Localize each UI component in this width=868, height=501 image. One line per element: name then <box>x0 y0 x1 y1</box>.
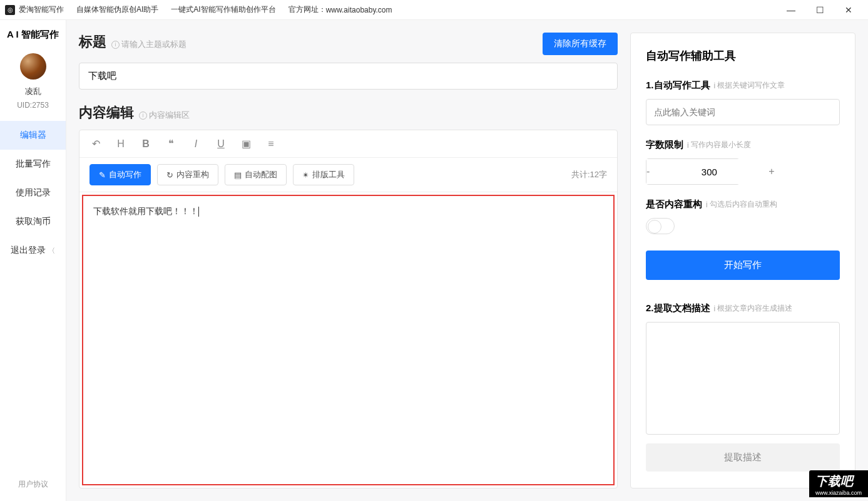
tool2-label: 2.提取文档描述 <box>646 302 710 314</box>
info-icon: i <box>714 304 716 313</box>
auto-write-label: 自动写作 <box>109 169 141 180</box>
watermark: 下载吧 www.xiazaiba.com <box>809 470 868 497</box>
user-agreement-link[interactable]: 用户协议 <box>18 468 48 501</box>
restructure-toggle[interactable] <box>646 218 675 234</box>
content-editor[interactable]: 下载软件就用下载吧！！！ <box>82 195 615 485</box>
tools-panel: 自动写作辅助工具 1.自动写作工具 i根据关键词写作文章 字数限制 i写作内容最… <box>630 33 855 488</box>
start-writing-button[interactable]: 开始写作 <box>646 250 840 280</box>
tools-title: 自动写作辅助工具 <box>646 48 840 63</box>
auto-image-label: 自动配图 <box>245 169 277 180</box>
bold-icon[interactable]: B <box>140 138 152 150</box>
tagline-2: 一键式AI智能写作辅助创作平台 <box>171 4 275 15</box>
info-icon: i <box>139 111 147 120</box>
italic-icon[interactable]: I <box>190 138 202 150</box>
nav-logout[interactable]: 退出登录 〈 <box>0 236 66 265</box>
refresh-icon: ↻ <box>166 170 173 180</box>
info-icon: i <box>714 81 716 90</box>
website-url[interactable]: www.aitaobaby.com <box>326 6 392 14</box>
underline-icon[interactable]: U <box>215 138 227 150</box>
description-textarea[interactable] <box>646 322 840 435</box>
close-button[interactable]: ✕ <box>834 0 863 20</box>
app-name: 爱淘智能写作 <box>19 4 64 15</box>
brand-logo: A I 智能写作 <box>7 29 59 41</box>
tool1-hint: 根据关键词写作文章 <box>717 80 785 91</box>
tool2-hint: 根据文章内容生成描述 <box>717 303 792 314</box>
auto-image-button[interactable]: ▤自动配图 <box>225 164 287 185</box>
maximize-button[interactable]: ☐ <box>805 0 834 20</box>
wand-icon: ✴ <box>302 170 309 180</box>
info-icon: i <box>706 200 708 209</box>
stepper-plus[interactable]: + <box>768 159 774 184</box>
restructure-button[interactable]: ↻内容重构 <box>157 164 218 185</box>
content-heading: 内容编辑 <box>79 103 134 122</box>
info-icon: i <box>687 141 689 150</box>
undo-icon[interactable]: ↶ <box>89 138 102 150</box>
sidebar: A I 智能写作 凌乱 UID:2753 编辑器 批量写作 使用记录 获取淘币 … <box>0 20 66 501</box>
align-icon[interactable]: ≡ <box>265 138 277 150</box>
content-hint: 内容编辑区 <box>149 110 190 121</box>
user-id: UID:2753 <box>17 101 49 110</box>
wordlimit-label: 字数限制 <box>646 139 683 151</box>
wordlimit-stepper: - + <box>646 158 740 185</box>
restructure-toggle-hint: 勾选后内容自动重构 <box>710 199 777 210</box>
image-icon[interactable]: ▣ <box>240 138 252 150</box>
nav-batch[interactable]: 批量写作 <box>0 150 66 178</box>
minimize-button[interactable]: — <box>777 0 805 20</box>
pencil-icon: ✎ <box>99 170 106 180</box>
keyword-input[interactable] <box>646 99 840 125</box>
action-toolbar: ✎自动写作 ↻内容重构 ▤自动配图 ✴排版工具 共计:12字 <box>79 158 617 192</box>
format-toolbar: ↶ H B ❝ I U ▣ ≡ <box>79 130 617 158</box>
username: 凌乱 <box>25 86 41 97</box>
website-label: 官方网址： <box>288 4 326 15</box>
quote-icon[interactable]: ❝ <box>165 138 177 150</box>
title-heading: 标题 <box>79 33 106 51</box>
title-input[interactable] <box>79 63 618 90</box>
app-icon: ◎ <box>5 5 15 15</box>
nav-editor[interactable]: 编辑器 <box>0 121 66 150</box>
wordlimit-hint: 写作内容最小长度 <box>691 140 751 150</box>
title-hint: 请输入主题或标题 <box>121 39 186 50</box>
picture-icon: ▤ <box>234 170 242 180</box>
clear-cache-button[interactable]: 清除所有缓存 <box>543 33 618 55</box>
watermark-text: 下载吧 <box>815 474 853 488</box>
avatar[interactable] <box>20 53 46 80</box>
watermark-url: www.xiazaiba.com <box>815 490 862 496</box>
info-icon: i <box>111 41 120 49</box>
tool1-label: 1.自动写作工具 <box>646 80 710 91</box>
layout-tool-button[interactable]: ✴排版工具 <box>293 164 354 185</box>
word-count: 共计:12字 <box>571 169 607 180</box>
tagline-1: 自媒体智能伪原创AI助手 <box>76 4 158 15</box>
heading-icon[interactable]: H <box>115 138 127 150</box>
restructure-label: 内容重构 <box>176 169 209 180</box>
editor-panel: 标题 i请输入主题或标题 清除所有缓存 内容编辑 i内容编辑区 ↶ H B ❝ … <box>79 33 618 488</box>
nav-history[interactable]: 使用记录 <box>0 178 66 207</box>
extract-description-button[interactable]: 提取描述 <box>646 443 840 472</box>
nav-logout-label: 退出登录 <box>11 245 46 256</box>
titlebar: ◎ 爱淘智能写作 自媒体智能伪原创AI助手 一键式AI智能写作辅助创作平台 官方… <box>0 0 868 20</box>
auto-write-button[interactable]: ✎自动写作 <box>89 164 151 185</box>
restructure-toggle-label: 是否内容重构 <box>646 199 702 210</box>
layout-tool-label: 排版工具 <box>312 169 345 180</box>
content-text: 下载软件就用下载吧！！！ <box>93 206 198 216</box>
nav-coins[interactable]: 获取淘币 <box>0 207 66 236</box>
wordlimit-input[interactable] <box>650 159 768 184</box>
chevron-left-icon: 〈 <box>48 246 55 256</box>
